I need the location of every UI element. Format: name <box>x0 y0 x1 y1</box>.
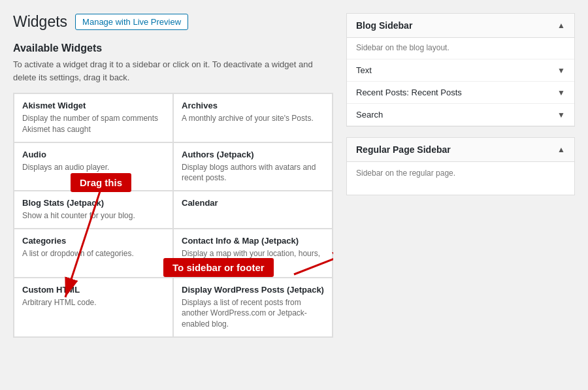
sidebar-widget-recent-posts[interactable]: Recent Posts: Recent Posts ▼ <box>347 82 574 104</box>
available-widgets-title: Available Widgets <box>13 42 333 54</box>
sidebar-widget-text-label: Text <box>356 65 372 75</box>
widget-blog-stats-name: Blog Stats (Jetpack) <box>22 198 165 208</box>
widget-contact-info[interactable]: Contact Info & Map (Jetpack) Display a m… <box>173 229 333 278</box>
sidebar-widget-search-collapse[interactable]: ▼ <box>557 110 565 120</box>
sidebar-widget-search-label: Search <box>356 110 383 120</box>
widget-categories[interactable]: Categories A list or dropdown of categor… <box>14 229 173 278</box>
widget-custom-html-desc: Arbitrary HTML code. <box>22 297 165 308</box>
widget-display-wp-posts-name: Display WordPress Posts (Jetpack) <box>182 285 324 295</box>
widget-display-wp-posts[interactable]: Display WordPress Posts (Jetpack) Displa… <box>173 278 333 337</box>
available-widgets-desc: To activate a widget drag it to a sideba… <box>13 58 333 84</box>
blog-sidebar-desc: Sidebar on the blog layout. <box>347 38 574 59</box>
widget-authors-name: Authors (Jetpack) <box>182 150 324 159</box>
widget-akismet[interactable]: Akismet Widget Display the number of spa… <box>14 93 173 142</box>
live-preview-button[interactable]: Manage with Live Preview <box>75 14 188 30</box>
sidebar-widget-recent-posts-label: Recent Posts: Recent Posts <box>356 88 462 97</box>
widget-contact-info-desc: Display a map with your location, hours,… <box>182 248 324 270</box>
widget-archives-name: Archives <box>182 101 324 110</box>
widget-custom-html[interactable]: Custom HTML Arbitrary HTML code. <box>14 278 173 337</box>
widget-archives[interactable]: Archives A monthly archive of your site'… <box>173 93 333 142</box>
page-title: Widgets <box>13 13 67 31</box>
widget-display-wp-posts-desc: Displays a list of recent posts from ano… <box>182 297 324 330</box>
widget-authors-desc: Display blogs authors with avatars and r… <box>182 162 324 184</box>
right-sidebar: Blog Sidebar ▲ Sidebar on the blog layou… <box>346 13 575 338</box>
regular-page-sidebar-desc: Sidebar on the regular page. <box>356 169 455 178</box>
blog-sidebar-title: Blog Sidebar <box>356 20 412 31</box>
regular-page-sidebar-header[interactable]: Regular Page Sidebar ▲ <box>347 138 574 162</box>
widget-blog-stats[interactable]: Blog Stats (Jetpack) Show a hit counter … <box>14 191 173 229</box>
widget-grid: Akismet Widget Display the number of spa… <box>13 93 333 338</box>
widget-contact-info-name: Contact Info & Map (Jetpack) <box>182 236 324 246</box>
widget-categories-name: Categories <box>22 236 165 246</box>
widget-authors[interactable]: Authors (Jetpack) Display blogs authors … <box>173 142 333 191</box>
widget-audio-name: Audio <box>22 150 165 159</box>
widget-blog-stats-desc: Show a hit counter for your blog. <box>22 210 165 221</box>
regular-page-sidebar-body: Sidebar on the regular page. <box>347 162 574 195</box>
widget-categories-desc: A list or dropdown of categories. <box>22 248 165 259</box>
regular-page-sidebar-title: Regular Page Sidebar <box>356 144 451 155</box>
sidebar-widget-text-collapse[interactable]: ▼ <box>557 66 565 75</box>
sidebar-widget-search[interactable]: Search ▼ <box>347 104 574 126</box>
regular-page-sidebar-collapse-icon[interactable]: ▲ <box>557 145 565 154</box>
widget-audio[interactable]: Audio Displays an audio player. <box>14 142 173 191</box>
sidebar-widget-recent-posts-collapse[interactable]: ▼ <box>557 88 565 97</box>
widget-calendar[interactable]: Calendar <box>173 191 333 229</box>
widget-akismet-name: Akismet Widget <box>22 101 165 110</box>
widget-calendar-name: Calendar <box>182 198 324 208</box>
blog-sidebar-header[interactable]: Blog Sidebar ▲ <box>347 14 574 38</box>
widget-archives-desc: A monthly archive of your site's Posts. <box>182 113 324 124</box>
widget-audio-desc: Displays an audio player. <box>22 162 165 173</box>
sidebar-widget-text[interactable]: Text ▼ <box>347 59 574 82</box>
blog-sidebar-section: Blog Sidebar ▲ Sidebar on the blog layou… <box>346 13 575 127</box>
widget-akismet-desc: Display the number of spam comments Akis… <box>22 113 165 135</box>
blog-sidebar-collapse-icon[interactable]: ▲ <box>557 21 565 30</box>
regular-page-sidebar-section: Regular Page Sidebar ▲ Sidebar on the re… <box>346 137 575 195</box>
widget-custom-html-name: Custom HTML <box>22 285 165 295</box>
